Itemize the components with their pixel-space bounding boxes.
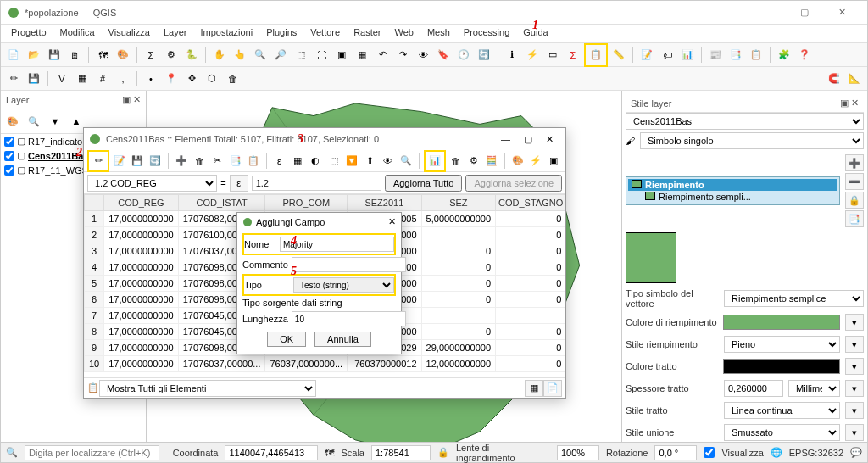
symbol-tree-root[interactable]: Riempimento [628, 179, 837, 191]
stroke-style-select[interactable]: Linea continua [724, 402, 840, 419]
col-header[interactable]: SEZ2011 [348, 195, 421, 211]
brush-icon[interactable]: 🖌 [626, 136, 635, 146]
lock-scale-icon[interactable]: 🔒 [437, 447, 449, 458]
new-field-icon[interactable]: 📊 [426, 152, 444, 170]
fill-style-select[interactable]: Pieno [724, 336, 840, 353]
filter-legend-icon[interactable]: 🔍 [25, 112, 43, 131]
add-point-icon[interactable]: 📍 [162, 70, 181, 88]
locator-input[interactable] [25, 445, 159, 460]
close-button[interactable]: ✕ [823, 1, 860, 25]
stroke-width-unit[interactable]: Millimetri [788, 380, 840, 397]
add-csv-icon[interactable]: , [114, 70, 132, 88]
minimize-button[interactable]: — [748, 1, 786, 25]
map-themes-icon[interactable]: 👁 [414, 46, 432, 64]
col-header[interactable]: PRO_COM [265, 195, 348, 211]
cell[interactable]: 0 [496, 324, 565, 340]
reload-icon[interactable]: 🔄 [147, 152, 164, 170]
expand-icon[interactable]: ▼ [46, 112, 64, 131]
cell[interactable]: 0 [421, 324, 495, 340]
attribute-table-icon[interactable]: 📋 [587, 46, 605, 64]
join-style-select[interactable]: Smussato [724, 424, 840, 441]
cell[interactable]: 17,0000000000 [104, 276, 178, 292]
cond-format-icon[interactable]: 🎨 [509, 152, 526, 170]
copy2-icon[interactable]: 📑 [227, 152, 243, 170]
row-number[interactable]: 1 [85, 211, 104, 227]
row-number[interactable]: 8 [85, 324, 104, 340]
row-number[interactable]: 5 [85, 276, 104, 292]
add-mesh-icon[interactable]: # [93, 70, 112, 88]
paste2-icon[interactable]: 📋 [246, 152, 262, 170]
select-expr-icon[interactable]: ε [271, 152, 287, 170]
zoom-out-icon[interactable]: 🔎 [271, 46, 290, 64]
fill-color-swatch[interactable] [723, 315, 840, 330]
cell[interactable]: 0 [421, 259, 495, 276]
save-edits-icon[interactable]: 💾 [25, 70, 43, 88]
cell[interactable] [421, 227, 495, 243]
crs-label[interactable]: EPSG:32632 [789, 448, 843, 458]
composer-icon[interactable]: 📰 [706, 46, 725, 64]
cell[interactable] [496, 308, 565, 324]
cell[interactable]: 0 [421, 243, 495, 259]
cell[interactable]: 17,0000000000 [104, 308, 178, 324]
row-number[interactable]: 7 [85, 308, 104, 324]
delete-field-icon[interactable]: 🗑 [448, 152, 464, 170]
paste-icon[interactable]: 📋 [747, 46, 765, 64]
menu-vettore[interactable]: Vettore [303, 25, 347, 42]
symbol-tree-child[interactable]: Riempimento sempli... [628, 191, 837, 203]
field-calc2-icon[interactable]: 🧮 [484, 152, 500, 170]
fill-color-opts-icon[interactable]: ▾ [845, 314, 864, 331]
stroke-style-opts-icon[interactable]: ▾ [845, 402, 864, 419]
refresh-icon[interactable]: 🔄 [475, 46, 493, 64]
cut-icon[interactable]: ✂ [209, 152, 225, 170]
coord-input[interactable] [225, 445, 318, 460]
show-all-select[interactable]: Mostra Tutti gli Elementi [99, 380, 316, 397]
stroke-color-opts-icon[interactable]: ▾ [845, 358, 864, 375]
add-vector-icon[interactable]: V [53, 70, 71, 88]
expr-icon[interactable]: ε [230, 175, 248, 192]
move-feature-icon[interactable]: ✥ [182, 70, 201, 88]
update-all-button[interactable]: Aggiorna Tutto [385, 175, 463, 192]
form-view2-icon[interactable]: 📄 [543, 380, 562, 397]
diagram-icon[interactable]: 📊 [678, 46, 697, 64]
cell[interactable]: 0 [421, 276, 495, 292]
vector-type-select[interactable]: Riempimento semplice [724, 290, 864, 307]
zoom-full-icon[interactable]: ⛶ [312, 46, 331, 64]
copy-icon[interactable]: 📑 [726, 46, 745, 64]
cell[interactable]: 17,0000000000 [104, 340, 178, 356]
menu-web[interactable]: Web [388, 25, 420, 42]
addfield-type-select[interactable]: Testo (string) [293, 277, 394, 293]
zoom-selection-icon[interactable]: ▣ [332, 46, 351, 64]
move-top-icon[interactable]: ⬆ [362, 152, 378, 170]
attr-expr-input[interactable] [252, 176, 381, 191]
row-number[interactable]: 10 [85, 356, 104, 372]
col-header[interactable]: COD_STAGNO [496, 195, 565, 211]
extents-icon[interactable]: 🗺 [325, 448, 334, 458]
cell[interactable]: 0 [496, 227, 565, 243]
update-sel-button[interactable]: Aggiorna selezione [465, 175, 562, 192]
sigma2-icon[interactable]: Σ [564, 46, 582, 64]
style-panel-close-icon[interactable]: ▣ ✕ [840, 98, 859, 109]
cell[interactable] [421, 308, 495, 324]
cell[interactable]: 17,0000000000 [104, 356, 178, 372]
attr-close-icon[interactable]: ✕ [539, 134, 560, 145]
table-view-icon[interactable]: ▦ [525, 380, 543, 397]
menu-plugins[interactable]: Plugins [259, 25, 303, 42]
measure-icon[interactable]: 📏 [609, 46, 628, 64]
open-project-icon[interactable]: 📂 [25, 46, 43, 64]
cell[interactable]: 0 [496, 259, 565, 276]
trace-icon[interactable]: 📐 [845, 70, 864, 88]
actions-icon[interactable]: ⚡ [523, 46, 542, 64]
cell[interactable]: 0 [496, 340, 565, 356]
attr-min-icon[interactable]: — [494, 134, 517, 144]
add-raster-icon[interactable]: ▦ [73, 70, 92, 88]
plugin-icon[interactable]: 🧩 [775, 46, 793, 64]
addfield-cancel-button[interactable]: Annulla [314, 332, 371, 347]
addfield-name-input[interactable] [280, 237, 394, 252]
cell[interactable]: 5,00000000000 [421, 211, 495, 227]
help-icon[interactable]: ❓ [795, 46, 814, 64]
zoom-layer-icon[interactable]: ▦ [353, 46, 371, 64]
dock-icon[interactable]: ▣ [546, 152, 562, 170]
add-symbol-icon[interactable]: ➕ [845, 154, 864, 171]
maximize-button[interactable]: ▢ [786, 1, 823, 25]
col-header[interactable]: SEZ [421, 195, 495, 211]
